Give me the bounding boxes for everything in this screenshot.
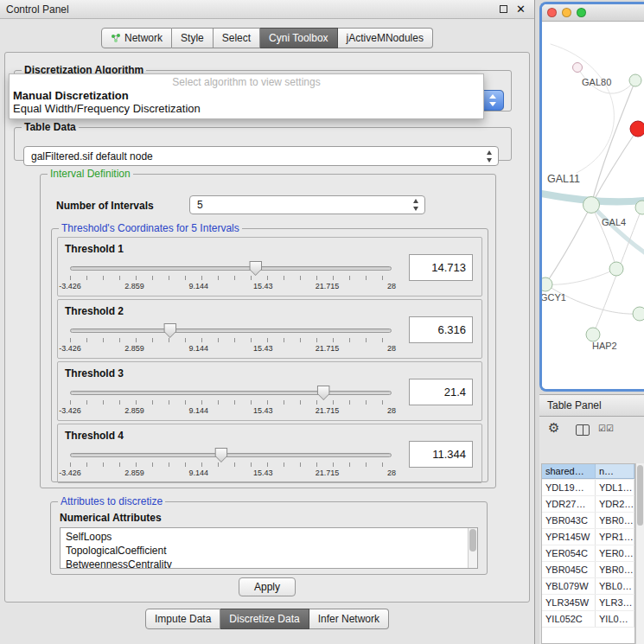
table-row[interactable]: YPR145WYPR1… <box>542 529 634 545</box>
table-cell[interactable]: YPR145W <box>542 529 596 545</box>
column-header[interactable]: n… <box>596 464 634 479</box>
network-node[interactable] <box>586 328 600 341</box>
tab-cyni-toolbox[interactable]: Cyni Toolbox <box>260 28 337 48</box>
table-cell[interactable]: YDL1… <box>596 480 634 495</box>
network-edge[interactable] <box>591 129 638 205</box>
table-row[interactable]: YER054CYER0… <box>542 545 634 562</box>
table-cell[interactable]: YDR2… <box>596 496 634 512</box>
table-row[interactable]: YIL052CYIL0… <box>542 611 634 628</box>
columns-icon[interactable] <box>576 424 590 436</box>
table-row[interactable]: YBR043CYBR0… <box>542 513 634 529</box>
popup-option-manual-discretization[interactable]: Manual Discretization <box>10 89 483 102</box>
threshold-slider[interactable] <box>70 328 392 333</box>
scale-label: 9.144 <box>189 469 209 477</box>
network-node[interactable] <box>609 262 623 276</box>
tab-style[interactable]: Style <box>172 28 214 48</box>
table-cell[interactable]: YER054C <box>542 545 596 561</box>
number-of-intervals-dropdown[interactable]: 5 <box>189 195 425 214</box>
attribute-list-item[interactable]: BetweennessCentrality <box>66 558 477 569</box>
zoom-traffic-light-button[interactable] <box>577 8 586 17</box>
scale-label: 21.715 <box>316 406 340 415</box>
list-scrollbar[interactable] <box>468 528 477 568</box>
interval-definition-group-title: Interval Definition <box>48 168 133 180</box>
network-node[interactable] <box>629 74 641 86</box>
table-cell[interactable]: YPR1… <box>596 529 634 545</box>
network-edge[interactable] <box>545 205 591 284</box>
network-edge[interactable] <box>545 269 616 284</box>
network-node[interactable] <box>573 63 583 73</box>
threshold-value-field[interactable]: 21.4 <box>409 379 473 405</box>
scale-label: -3.426 <box>59 282 81 290</box>
close-traffic-light-button[interactable] <box>547 8 557 17</box>
attribute-list-item[interactable]: SelfLoops <box>66 530 477 544</box>
slider-thumb[interactable] <box>249 261 262 276</box>
threshold-value-field[interactable]: 14.713 <box>409 254 473 281</box>
table-cell[interactable]: YLR345W <box>542 595 596 610</box>
threshold-slider[interactable] <box>70 391 392 395</box>
table-header-row: shared…n… <box>542 464 634 480</box>
threshold-slider[interactable] <box>70 453 392 457</box>
attribute-list-item[interactable]: TopologicalCoefficient <box>66 544 477 558</box>
table-cell[interactable]: YIL0… <box>596 611 634 627</box>
numerical-attributes-label: Numerical Attributes <box>60 512 162 524</box>
table-panel-header: Table Panel <box>539 394 644 417</box>
threshold-value-field[interactable]: 6.316 <box>409 316 473 343</box>
close-icon[interactable]: ✕ <box>516 3 526 16</box>
table-row[interactable]: YLR345WYLR3… <box>542 595 634 611</box>
table-scrollbar-thumb[interactable] <box>637 465 643 526</box>
tab-impute-data[interactable]: Impute Data <box>145 609 220 629</box>
apply-button[interactable]: Apply <box>239 577 296 596</box>
table-row[interactable]: YDL19…YDL1… <box>542 480 634 496</box>
popup-option-equal-width-frequency[interactable]: Equal Width/Frequency Discretization <box>10 102 483 115</box>
tab-infer-network[interactable]: Infer Network <box>309 609 389 629</box>
slider-scale-labels: -3.4262.8599.14415.4321.71528 <box>70 406 392 416</box>
table-cell[interactable]: YBR0… <box>596 513 634 528</box>
table-cell[interactable]: YBR0… <box>596 562 634 577</box>
tab-network[interactable]: Network <box>101 28 172 48</box>
list-scrollbar-thumb[interactable] <box>469 529 476 552</box>
table-cell[interactable]: YDL19… <box>542 480 596 495</box>
tab-select[interactable]: Select <box>214 28 260 48</box>
table-scrollbar[interactable] <box>635 463 644 644</box>
network-edge[interactable] <box>591 205 644 257</box>
network-node[interactable] <box>633 307 644 321</box>
algorithm-dropdown-popup: Select algorithm to view settings Manual… <box>9 73 484 119</box>
table-row[interactable]: YBR045CYBR0… <box>542 562 634 578</box>
network-node[interactable] <box>583 197 600 214</box>
network-node-highlighted[interactable] <box>630 121 644 137</box>
table-cell[interactable]: YDR27… <box>542 496 596 512</box>
table-cell[interactable]: YBL079W <box>542 578 596 594</box>
table-cell[interactable]: YER0… <box>596 545 634 561</box>
table-cell[interactable]: YIL052C <box>542 611 596 627</box>
slider-scale-labels: -3.4262.8599.14415.4321.71528 <box>70 344 392 354</box>
table-row[interactable]: YBL079WYBL0… <box>542 578 634 595</box>
table-cell[interactable]: YBR045C <box>542 562 596 577</box>
select-columns-icon[interactable]: ☑☑ <box>598 424 614 433</box>
column-header[interactable]: shared… <box>542 464 596 479</box>
float-window-icon[interactable] <box>500 5 507 13</box>
tab-jactivemnodules[interactable]: jActiveMNodules <box>338 28 433 48</box>
bottom-tab-bar: Impute DataDiscretize DataInfer Network <box>0 609 534 629</box>
threshold-box: Threshold 3-3.4262.8599.14415.4321.71528… <box>57 361 482 421</box>
slider-thumb[interactable] <box>317 386 330 400</box>
table-cell[interactable]: YBL0… <box>596 578 634 594</box>
tab-discretize-data[interactable]: Discretize Data <box>220 609 309 629</box>
minimize-traffic-light-button[interactable] <box>562 8 571 17</box>
number-of-intervals-label: Number of Intervals <box>56 200 154 212</box>
slider-thumb[interactable] <box>163 323 176 338</box>
slider-scale-labels: -3.4262.8599.14415.4321.71528 <box>70 282 392 291</box>
table-data-dropdown[interactable]: galFiltered.sif default node <box>23 146 499 166</box>
tab-label: jActiveMNodules <box>347 32 424 44</box>
table-row[interactable]: YDR27…YDR2… <box>542 496 634 513</box>
threshold-slider[interactable] <box>70 266 392 271</box>
scale-label: -3.426 <box>59 469 81 477</box>
network-edge[interactable] <box>551 44 615 173</box>
gear-icon[interactable]: ⚙ <box>548 420 559 436</box>
table-cell[interactable]: YLR3… <box>596 595 634 610</box>
table-cell[interactable]: YBR043C <box>542 513 596 528</box>
threshold-value-field[interactable]: 11.344 <box>409 441 473 468</box>
network-canvas[interactable]: GAL80GAL11GAL4GCY1HAP2 <box>542 22 644 389</box>
slider-thumb[interactable] <box>214 448 227 462</box>
network-node[interactable] <box>542 277 552 291</box>
network-edge[interactable] <box>591 205 616 269</box>
